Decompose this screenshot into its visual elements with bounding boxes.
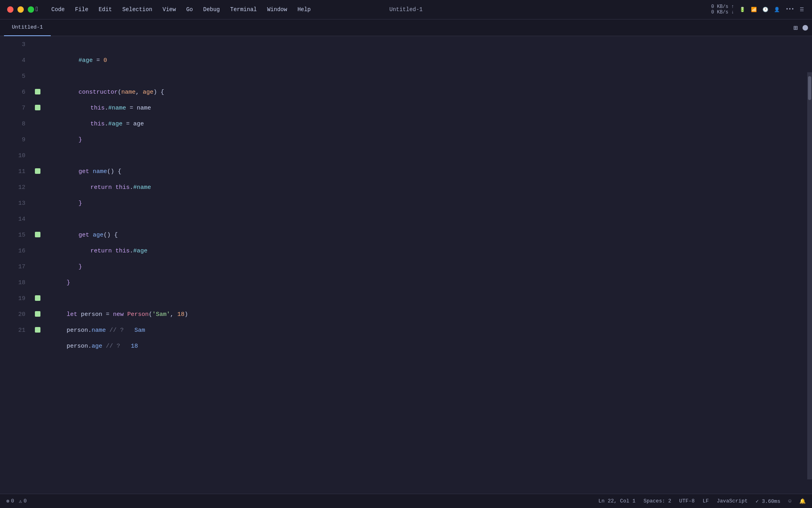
statusbar: ⊗ 0 ⚠ 0 Ln 22, Col 1 Spaces: 2 UTF-8 LF … (0, 494, 812, 508)
code-line-18 (44, 275, 812, 291)
breakpoint-19[interactable] (35, 295, 40, 301)
gutter-line-10 (32, 147, 44, 163)
error-count[interactable]: ⊗ 0 ⚠ 0 (6, 498, 27, 504)
breakpoint-21[interactable] (35, 327, 40, 333)
gutter-line-20 (32, 306, 44, 322)
breakpoint-11[interactable] (35, 168, 40, 174)
dot-indicator (802, 25, 808, 31)
scrollbar-track[interactable] (807, 72, 812, 479)
code-line-16: } (44, 243, 812, 259)
code-line-12: } (44, 180, 812, 196)
gutter (32, 36, 44, 494)
gutter-line-16 (32, 242, 44, 258)
maximize-button[interactable] (28, 6, 34, 13)
breakpoint-15[interactable] (35, 232, 40, 237)
battery-icon: 🔋 (739, 7, 745, 13)
gutter-line-13 (32, 195, 44, 211)
gutter-line-11 (32, 163, 44, 179)
line-ending[interactable]: LF (703, 498, 709, 504)
network-speed: 0 KB/s ↑0 KB/s ↓ (711, 4, 734, 15)
minimize-button[interactable] (17, 6, 24, 13)
gutter-line-18 (32, 274, 44, 290)
code-line-19: let person = new Person('Sam', 18) (44, 291, 812, 307)
tab-label: Untitled-1 (12, 24, 43, 30)
statusbar-right: Ln 22, Col 1 Spaces: 2 UTF-8 LF JavaScri… (598, 498, 806, 504)
language-mode[interactable]: JavaScript (717, 498, 748, 504)
gutter-line-7 (32, 100, 44, 115)
tab-untitled1[interactable]: Untitled-1 (4, 19, 51, 36)
split-editor-icon[interactable]: ⊞ (793, 23, 798, 32)
breakpoint-6[interactable] (35, 89, 40, 94)
clock-icon: 🕐 (762, 7, 768, 13)
gutter-line-14 (32, 211, 44, 227)
gutter-line-19 (32, 290, 44, 306)
gutter-line-4 (32, 52, 44, 68)
code-line-7: this.#age = age (44, 100, 812, 116)
gutter-line-6 (32, 84, 44, 100)
more-icon: ••• (785, 7, 794, 12)
code-line-13 (44, 196, 812, 212)
cursor-position[interactable]: Ln 22, Col 1 (598, 498, 636, 504)
code-line-11: return this.#name (44, 164, 812, 180)
menu-help[interactable]: Help (293, 5, 315, 14)
close-button[interactable] (7, 6, 13, 13)
line-numbers: 3 4 5 6 7 8 9 10 11 12 13 14 15 16 17 18… (0, 36, 32, 494)
code-line-10: get name() { (44, 148, 812, 164)
menu-go[interactable]: Go (182, 5, 197, 14)
code-line-21: person.age // ? 18 (44, 323, 812, 339)
wifi-icon: 📶 (751, 7, 757, 13)
traffic-lights (0, 6, 34, 13)
menu-code[interactable]: Code (48, 5, 69, 14)
menu-selection[interactable]: Selection (118, 5, 156, 14)
gutter-line-5 (32, 68, 44, 84)
menu-terminal[interactable]: Terminal (226, 5, 261, 14)
menu-file[interactable]: File (71, 5, 92, 14)
menu-bar:  Code File Edit Selection View Go Debug… (0, 4, 315, 15)
notification-icon[interactable]: 🔔 (799, 498, 806, 504)
user-icon: 👤 (774, 7, 780, 13)
gutter-line-3 (32, 36, 44, 52)
code-line-8: } (44, 116, 812, 132)
code-line-5: constructor(name, age) { (44, 69, 812, 85)
code-line-9 (44, 132, 812, 148)
gutter-line-15 (32, 227, 44, 242)
titlebar:  Code File Edit Selection View Go Debug… (0, 0, 812, 19)
code-line-17: } (44, 259, 812, 275)
gutter-line-8 (32, 115, 44, 131)
menu-debug[interactable]: Debug (199, 5, 224, 14)
code-line-4 (44, 53, 812, 69)
indentation[interactable]: Spaces: 2 (643, 498, 671, 504)
menu-edit[interactable]: Edit (95, 5, 116, 14)
tabbar-actions: ⊞ (793, 23, 808, 32)
window-title: Untitled-1 (389, 6, 423, 13)
titlebar-controls: 0 KB/s ↑0 KB/s ↓ 🔋 📶 🕐 👤 ••• ☰ (711, 4, 804, 15)
menu-window[interactable]: Window (263, 5, 291, 14)
menu-view[interactable]: View (159, 5, 180, 14)
tabbar: Untitled-1 ⊞ (0, 19, 812, 36)
feedback-icon[interactable]: ☺ (788, 498, 791, 504)
list-icon: ☰ (800, 7, 804, 13)
timing: ✓ 3.60ms (756, 498, 780, 504)
breakpoint-7[interactable] (35, 105, 40, 110)
gutter-line-12 (32, 179, 44, 195)
code-line-3: #age = 0 (44, 37, 812, 53)
gutter-line-9 (32, 131, 44, 147)
encoding[interactable]: UTF-8 (679, 498, 695, 504)
gutter-line-17 (32, 258, 44, 274)
editor: 3 4 5 6 7 8 9 10 11 12 13 14 15 16 17 18… (0, 36, 812, 494)
code-line-15: return this.#age (44, 227, 812, 243)
breakpoint-20[interactable] (35, 311, 40, 317)
gutter-line-21 (32, 322, 44, 338)
code-line-14: get age() { (44, 212, 812, 227)
code-editor[interactable]: #age = 0 constructor(name, age) { this.#… (44, 36, 812, 494)
scrollbar-thumb[interactable] (808, 76, 811, 100)
